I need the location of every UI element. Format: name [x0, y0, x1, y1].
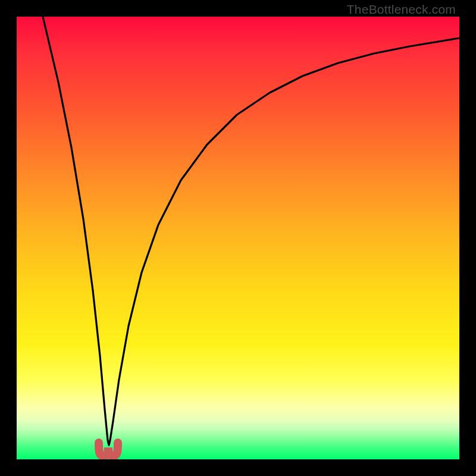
plot-area [17, 17, 459, 459]
chart-frame: TheBottleneck.com [0, 0, 476, 476]
watermark-text: TheBottleneck.com [347, 2, 456, 17]
bottleneck-curve [17, 17, 459, 459]
curve-path [43, 17, 459, 445]
